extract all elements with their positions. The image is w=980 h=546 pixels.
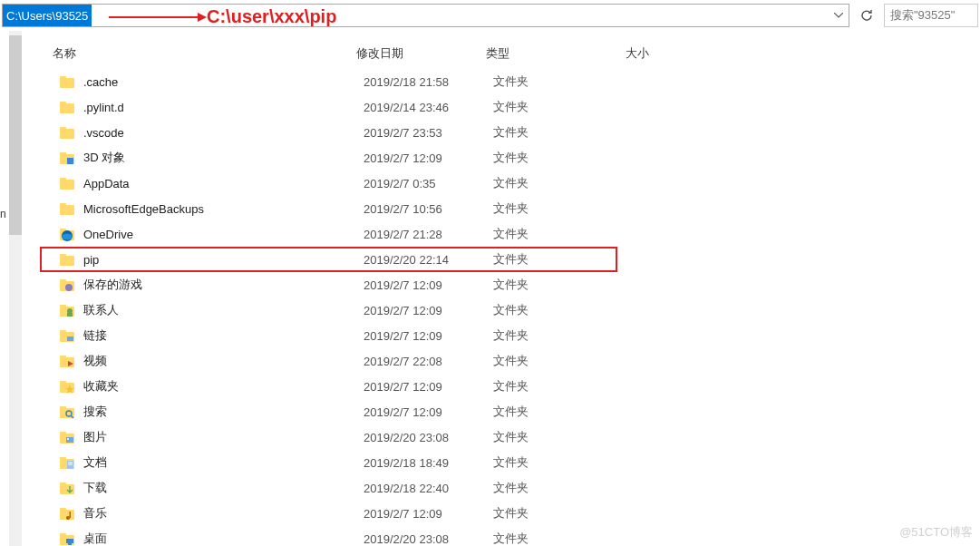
3d-icon [60,151,76,165]
svg-rect-22 [60,279,66,283]
column-date[interactable]: 修改日期 [356,45,486,62]
file-row[interactable]: .cache2019/2/18 21:58文件夹 [25,69,980,94]
svg-rect-57 [60,533,66,537]
file-row[interactable]: 下载2019/2/18 22:40文件夹 [25,475,980,501]
address-bar[interactable]: C:\Users\93525 [2,4,849,27]
svg-point-23 [65,284,73,291]
file-type: 文件夹 [493,73,602,90]
file-type: 文件夹 [493,99,602,115]
svg-rect-14 [60,203,66,207]
search-input[interactable]: 搜索"93525" [884,4,978,27]
file-name: 桌面 [83,531,364,546]
file-list-panel: 名称 修改日期 类型 大小 .cache2019/2/18 21:58文件夹.p… [25,31,980,546]
file-type: 文件夹 [493,277,602,293]
file-date: 2019/2/14 23:46 [364,101,493,114]
svg-rect-58 [66,539,73,543]
file-type: 文件夹 [493,353,602,369]
file-row[interactable]: 图片2019/2/20 23:08文件夹 [25,424,980,450]
file-row[interactable]: 音乐2019/2/7 12:09文件夹 [25,501,980,526]
file-name: 3D 对象 [83,150,364,166]
file-name: 音乐 [83,505,364,522]
file-row[interactable]: 保存的游戏2019/2/7 12:09文件夹 [25,272,980,297]
file-row[interactable]: 视频2019/2/7 22:08文件夹 [25,348,980,374]
file-row[interactable]: AppData2019/2/7 0:35文件夹 [25,171,980,196]
file-date: 2019/2/20 23:08 [364,431,493,444]
file-row[interactable]: 桌面2019/2/20 23:08文件夹 [25,526,980,546]
file-row[interactable]: 文档2019/2/18 18:49文件夹 [25,450,980,475]
file-name: 收藏夹 [83,378,364,395]
contacts-icon [60,303,76,317]
file-type: 文件夹 [493,404,602,420]
file-name: MicrosoftEdgeBackups [83,202,364,216]
file-date: 2019/2/7 12:09 [364,278,493,292]
svg-rect-25 [60,305,66,308]
file-row[interactable]: MicrosoftEdgeBackups2019/2/7 10:56文件夹 [25,196,980,221]
partial-nav-text: n [0,208,6,220]
onedrive-icon [60,227,76,241]
file-type: 文件夹 [493,124,602,141]
file-name: 图片 [83,429,364,445]
videos-icon [60,354,76,368]
refresh-button[interactable] [855,4,878,27]
file-row[interactable]: 收藏夹2019/2/7 12:09文件夹 [25,374,980,399]
file-name: 文档 [83,454,364,471]
file-type: 文件夹 [493,505,602,522]
pictures-icon [60,430,76,444]
file-date: 2019/2/7 0:35 [364,177,493,190]
search-icon [60,405,76,419]
folder-icon [60,100,76,114]
file-row[interactable]: 搜索2019/2/7 12:09文件夹 [25,399,980,424]
file-type: 文件夹 [493,251,602,268]
file-row[interactable]: pip2019/2/20 22:14文件夹 [40,247,617,272]
svg-rect-46 [60,457,66,461]
svg-rect-43 [66,437,73,443]
file-date: 2019/2/7 22:08 [364,355,493,368]
address-path[interactable]: C:\Users\93525 [3,5,92,26]
scrollbar-thumb[interactable] [9,35,22,235]
file-type: 文件夹 [493,480,602,496]
file-date: 2019/2/20 22:14 [364,253,493,267]
svg-rect-32 [60,356,66,359]
file-date: 2019/2/20 23:08 [364,532,493,546]
games-icon [60,278,76,292]
music-icon [60,506,76,521]
file-row[interactable]: 链接2019/2/7 12:09文件夹 [25,323,980,348]
downloads-icon [60,481,76,495]
file-date: 2019/2/7 12:09 [364,329,493,343]
file-type: 文件夹 [493,378,602,395]
chevron-down-icon[interactable] [829,5,849,26]
file-row[interactable]: .vscode2019/2/7 23:53文件夹 [25,120,980,145]
svg-rect-12 [60,178,66,181]
file-date: 2019/2/18 18:49 [364,456,493,470]
svg-rect-7 [60,127,66,131]
file-list: .cache2019/2/18 21:58文件夹.pylint.d2019/2/… [25,67,980,546]
top-bar: C:\Users\93525 搜索"93525" [0,0,980,31]
folder-icon [60,125,76,140]
file-name: 搜索 [83,404,364,420]
file-name: pip [83,253,364,267]
svg-point-54 [66,516,70,520]
svg-rect-53 [60,508,66,512]
file-date: 2019/2/7 12:09 [364,380,493,394]
file-type: 文件夹 [493,454,602,471]
file-row[interactable]: 3D 对象2019/2/7 12:09文件夹 [25,145,980,171]
file-type: 文件夹 [493,327,602,344]
favorites-icon [60,379,76,394]
file-name: 链接 [83,327,364,344]
column-name[interactable]: 名称 [53,45,356,62]
folder-icon [60,74,76,89]
file-date: 2019/2/7 12:09 [364,304,493,317]
column-type[interactable]: 类型 [486,45,626,62]
file-row[interactable]: OneDrive2019/2/7 21:28文件夹 [25,221,980,247]
column-size[interactable]: 大小 [626,45,716,62]
file-row[interactable]: 联系人2019/2/7 12:09文件夹 [25,297,980,323]
file-date: 2019/2/7 21:28 [364,228,493,241]
file-type: 文件夹 [493,200,602,217]
svg-rect-38 [60,406,66,410]
svg-rect-27 [67,313,73,317]
file-date: 2019/2/18 22:40 [364,482,493,495]
file-name: 下载 [83,480,364,496]
file-name: .pylint.d [83,101,364,114]
file-row[interactable]: .pylint.d2019/2/14 23:46文件夹 [25,94,980,120]
svg-rect-42 [60,432,66,435]
